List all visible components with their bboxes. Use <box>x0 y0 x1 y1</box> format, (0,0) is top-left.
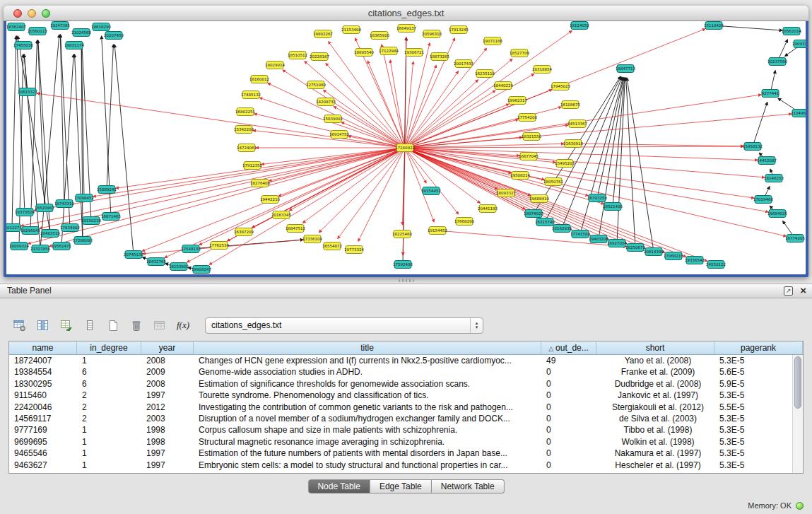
graph-node[interactable]: 17668290 <box>454 218 474 226</box>
graph-node[interactable]: 9277441 <box>762 90 779 98</box>
graph-node[interactable]: 12751089 <box>306 81 326 89</box>
network-canvas[interactable]: 1724092218510512190290141816001217485132… <box>6 21 806 274</box>
graph-node[interactable]: 16387209 <box>234 228 254 236</box>
black-edge[interactable] <box>597 78 623 198</box>
red-edge[interactable] <box>405 43 430 148</box>
graph-node[interactable]: 21049673 <box>791 110 806 117</box>
graph-node[interactable]: 16235118 <box>475 70 495 78</box>
graph-node[interactable]: 20615327 <box>18 88 37 96</box>
graph-node[interactable]: 19688410 <box>529 195 549 203</box>
column-header-out_degree[interactable]: △out_de... <box>541 341 596 354</box>
graph-node[interactable]: 18440229 <box>493 82 513 90</box>
black-edge[interactable] <box>114 45 134 255</box>
graph-node[interactable]: 17068215 <box>664 252 683 260</box>
graph-node[interactable]: 19442210 <box>260 196 280 204</box>
graph-node[interactable]: 18321550 <box>522 133 541 141</box>
graph-node[interactable]: 19336542 <box>685 257 705 264</box>
graph-node[interactable]: 12548133 <box>181 245 201 253</box>
graph-node[interactable]: 16520987 <box>35 204 54 212</box>
new-column-icon[interactable] <box>103 316 123 334</box>
graph-node[interactable]: 18250671 <box>625 244 645 252</box>
black-edge[interactable] <box>60 35 64 204</box>
graph-node[interactable]: 20441183 <box>478 205 498 213</box>
graph-node[interactable]: 18847512 <box>286 225 305 233</box>
table-selector-dropdown[interactable]: citations_edges.txt ▲▼ <box>205 317 483 334</box>
red-edge[interactable] <box>405 62 413 148</box>
graph-node[interactable]: 18432765 <box>146 258 166 266</box>
red-edge[interactable] <box>37 93 405 148</box>
table-row[interactable]: 911546021997Tourette syndrome. Phenomeno… <box>9 390 792 401</box>
red-edge[interactable] <box>338 148 405 239</box>
graph-node[interactable]: 16554872 <box>322 243 342 250</box>
graph-node[interactable]: 16315748 <box>535 218 555 226</box>
row-selection-icon[interactable] <box>80 316 100 334</box>
graph-node[interactable]: 17912355 <box>242 162 262 170</box>
red-edge[interactable] <box>405 148 758 160</box>
table-row[interactable]: 946362711997Embryonic stem cells: a mode… <box>9 460 792 471</box>
graph-node[interactable]: 17634902 <box>60 224 80 232</box>
graph-node[interactable]: 15495203 <box>555 160 575 168</box>
graph-node[interactable]: 19831174 <box>64 42 84 49</box>
graph-node[interactable]: 14724061 <box>237 144 257 152</box>
table-row[interactable]: 969969511998Structural magnetic resonanc… <box>9 436 792 448</box>
graph-node[interactable]: 19029014 <box>265 62 285 69</box>
graph-node[interactable]: 18743310 <box>54 200 74 208</box>
graph-node[interactable]: 18160012 <box>249 76 269 83</box>
graph-node[interactable]: 15839001 <box>323 115 343 123</box>
graph-node[interactable]: 18050761 <box>543 178 563 186</box>
graph-node[interactable]: 18874023 <box>524 210 543 218</box>
black-edge[interactable] <box>40 35 59 249</box>
graph-node[interactable]: 18146253 <box>764 175 784 182</box>
graph-node[interactable]: 16871465 <box>101 213 121 221</box>
graph-node[interactable]: 17741582 <box>570 230 590 238</box>
graph-node[interactable]: 19562471 <box>52 243 71 250</box>
graph-node[interactable]: 16927054 <box>607 240 627 247</box>
graph-node[interactable]: 20162935 <box>552 225 572 233</box>
black-edge[interactable] <box>107 45 113 189</box>
graph-node[interactable]: 15889241 <box>97 186 117 194</box>
graph-node[interactable]: 20017433 <box>454 60 473 68</box>
graph-node[interactable]: 20318854 <box>532 66 552 74</box>
graph-node[interactable]: 16793258 <box>587 194 607 202</box>
panel-splitter[interactable] <box>0 277 812 284</box>
graph-node[interactable]: 16914752 <box>329 131 349 139</box>
graph-node[interactable]: 19483206 <box>589 235 608 243</box>
graph-node[interactable]: 19306721 <box>404 49 424 57</box>
graph-node[interactable]: 16774205 <box>785 235 805 243</box>
zoom-window-button[interactable] <box>42 9 50 18</box>
red-edge[interactable] <box>21 148 405 226</box>
graph-node[interactable]: 19802267 <box>313 30 333 38</box>
graph-node[interactable]: 17762534 <box>209 242 229 250</box>
column-header-name[interactable]: name <box>9 341 77 354</box>
graph-node[interactable]: 17019468 <box>753 196 773 204</box>
red-edge[interactable] <box>405 30 572 148</box>
graph-node[interactable]: 19071186 <box>483 37 502 45</box>
table-row[interactable]: 977716911998Corpus callosum shape and si… <box>9 424 792 436</box>
graph-node[interactable]: 16153920 <box>169 263 189 271</box>
graph-node[interactable]: 19154452 <box>428 227 447 235</box>
graph-node[interactable]: 18276408 <box>250 180 270 187</box>
graph-node[interactable]: 14452087 <box>757 157 777 165</box>
red-edge[interactable] <box>405 48 487 148</box>
red-edge[interactable] <box>405 65 436 148</box>
graph-node[interactable]: 20163345 <box>271 211 291 219</box>
graph-node[interactable]: 18527709 <box>510 49 529 57</box>
red-edge[interactable] <box>405 90 495 148</box>
black-edge[interactable] <box>613 78 625 206</box>
graph-node[interactable]: 18562014 <box>782 28 801 35</box>
red-edge[interactable] <box>319 148 405 233</box>
graph-node[interactable]: 18521406 <box>603 203 623 211</box>
graph-node[interactable]: 17286093 <box>73 237 93 245</box>
float-panel-icon[interactable]: ↗ <box>784 286 793 296</box>
graph-node[interactable]: 19847713 <box>616 65 635 73</box>
graph-node[interactable]: 16802251 <box>235 108 255 116</box>
graph-node[interactable]: 24513367 <box>567 120 587 128</box>
graph-node[interactable]: 17336109 <box>302 235 322 243</box>
column-visibility-icon[interactable] <box>33 316 53 334</box>
graph-node[interactable]: 17455036 <box>13 42 33 49</box>
graph-node[interactable]: 10237568 <box>767 58 787 66</box>
function-builder-icon[interactable]: f(x) <box>173 316 193 334</box>
column-header-pagerank[interactable]: pagerank <box>714 341 803 354</box>
column-header-in_degree[interactable]: in_degree <box>77 341 141 354</box>
black-edge[interactable] <box>12 36 16 228</box>
